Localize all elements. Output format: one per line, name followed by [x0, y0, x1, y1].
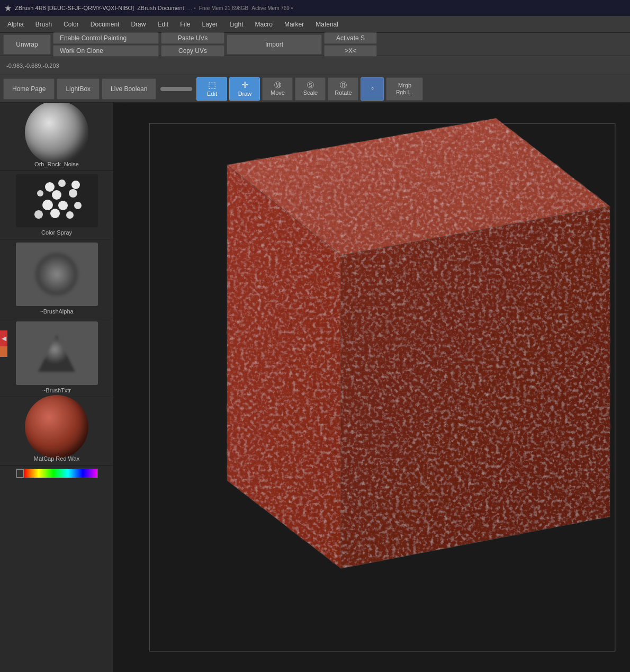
lightbox-button[interactable]: LightBox — [57, 78, 100, 100]
free-mem: Free Mem 21.698GB — [199, 5, 248, 11]
color-bar[interactable] — [16, 469, 98, 478]
rotate-tool-button[interactable]: Ⓡ Rotate — [328, 77, 358, 101]
matcap-red-wax-thumbnail — [16, 400, 98, 453]
uv-stacked-buttons: Enable Control Painting Work On Clone — [53, 32, 159, 57]
brush-item-brush-txtr[interactable]: ~BrushTxtr — [0, 318, 113, 397]
menu-marker[interactable]: Marker — [279, 19, 309, 30]
import-button[interactable]: Import — [227, 34, 322, 55]
left-side-arrow-red[interactable]: ◀ — [0, 330, 7, 346]
brush-txtr-label: ~BrushTxtr — [42, 387, 71, 393]
left-side-arrow-orange — [0, 346, 7, 357]
toolbar2: -0.983,-0.689,-0.203 — [0, 56, 630, 75]
app-title: ZBrush 4R8 [DEUC-SFJF-QRMY-VQXI-NIBO] — [15, 5, 134, 11]
left-panel: ◀ Orb_Rock_Noise — [0, 103, 114, 672]
edit-icon: ⬚ — [208, 81, 216, 89]
brush-item-color-spray[interactable]: Color Spray — [0, 171, 113, 239]
move-label: Move — [271, 89, 285, 96]
main-content: ◀ Orb_Rock_Noise — [0, 103, 630, 672]
edit-tool-button[interactable]: ⬚ Edit — [196, 77, 227, 101]
activate-s-button[interactable]: Activate S — [324, 32, 377, 44]
brush-txtr-svg — [35, 332, 78, 374]
matcap-red-wax-label: MatCap Red Wax — [34, 455, 79, 462]
brush-alpha-thumbnail — [16, 243, 98, 306]
viewport-canvas — [114, 103, 630, 672]
brush-alpha-inner — [35, 253, 78, 295]
paste-uvs-button[interactable]: Paste UVs — [161, 32, 224, 44]
svg-marker-0 — [38, 335, 75, 372]
menu-material[interactable]: Material — [310, 19, 344, 30]
color-bar-black-square — [16, 469, 24, 478]
paste-copy-buttons: Paste UVs Copy UVs — [161, 32, 224, 57]
nav-row: Home Page LightBox Live Boolean ⬚ Edit ✛… — [0, 75, 630, 103]
menu-file[interactable]: File — [175, 19, 195, 30]
unwrap-button[interactable]: Unwrap — [3, 34, 51, 55]
activate-stacked: Activate S >X< — [324, 32, 377, 57]
orb-sphere — [25, 103, 88, 164]
title-bar: ★ ZBrush 4R8 [DEUC-SFJF-QRMY-VQXI-NIBO] … — [0, 0, 630, 16]
menu-layer[interactable]: Layer — [197, 19, 223, 30]
scroll-indicator[interactable] — [160, 87, 192, 91]
menu-edit[interactable]: Edit — [152, 19, 174, 30]
brush-txtr-thumbnail — [16, 321, 98, 385]
draw-tool-button[interactable]: ✛ Draw — [229, 77, 260, 101]
copy-uvs-button[interactable]: Copy UVs — [161, 45, 224, 57]
enable-control-painting-button[interactable]: Enable Control Painting — [53, 32, 159, 44]
menu-light[interactable]: Light — [224, 19, 249, 30]
rotate-icon: Ⓡ — [340, 82, 347, 88]
mrgb-label: Mrgb — [398, 82, 411, 88]
mrgb-button[interactable]: Mrgb Rgb I... — [386, 77, 423, 101]
brush-alpha-label: ~BrushAlpha — [40, 308, 73, 315]
svg-marker-8 — [341, 206, 610, 568]
orb-rock-noise-thumbnail — [16, 106, 98, 159]
menu-bar: Alpha Brush Color Document Draw Edit Fil… — [0, 16, 630, 33]
color-bar-gradient — [24, 469, 97, 478]
x-icon-button[interactable]: >X< — [324, 45, 377, 57]
scale-tool-button[interactable]: Ⓢ Scale — [295, 77, 326, 101]
scale-label: Scale — [303, 89, 318, 96]
color-spray-thumbnail — [16, 174, 98, 227]
menu-alpha[interactable]: Alpha — [2, 19, 29, 30]
menu-brush[interactable]: Brush — [30, 19, 57, 30]
viewport[interactable] — [114, 103, 630, 672]
home-page-button[interactable]: Home Page — [3, 78, 55, 100]
menu-document[interactable]: Document — [85, 19, 125, 30]
edit-label: Edit — [207, 91, 217, 97]
color-bar-container — [0, 465, 113, 481]
menu-macro[interactable]: Macro — [250, 19, 278, 30]
matcap-sphere — [25, 395, 88, 459]
brush-item-orb-rock-noise[interactable]: Orb_Rock_Noise — [0, 103, 113, 171]
live-boolean-button[interactable]: Live Boolean — [102, 78, 156, 100]
work-on-clone-button[interactable]: Work On Clone — [53, 45, 159, 57]
draw-icon: ✛ — [241, 81, 248, 89]
rgb-intensity-label: Rgb I... — [396, 89, 413, 95]
sphere-icon: ⚬ — [370, 85, 375, 92]
color-spray-label: Color Spray — [41, 229, 72, 236]
sphere-orb-button[interactable]: ⚬ — [361, 77, 384, 101]
draw-label: Draw — [238, 91, 252, 97]
side-arrows: ◀ — [0, 330, 7, 357]
active-mem: Active Mem 769 • — [251, 5, 293, 11]
app-logo: ★ — [4, 3, 12, 13]
brush-item-matcap-red-wax[interactable]: MatCap Red Wax — [0, 397, 113, 465]
brush-item-brush-alpha[interactable]: ~BrushAlpha — [0, 239, 113, 318]
rotate-label: Rotate — [335, 89, 352, 96]
toolbar1: Unwrap Enable Control Painting Work On C… — [0, 33, 630, 56]
doc-title: ZBrush Document — [137, 5, 184, 11]
move-tool-button[interactable]: Ⓜ Move — [262, 77, 293, 101]
move-icon: Ⓜ — [274, 82, 281, 88]
menu-draw[interactable]: Draw — [125, 19, 151, 30]
scale-icon: Ⓢ — [307, 82, 314, 88]
orb-rock-noise-label: Orb_Rock_Noise — [34, 161, 79, 167]
coords-display: -0.983,-0.689,-0.203 — [3, 62, 62, 69]
dots-separator: ... • — [187, 5, 196, 11]
menu-color[interactable]: Color — [58, 19, 84, 30]
